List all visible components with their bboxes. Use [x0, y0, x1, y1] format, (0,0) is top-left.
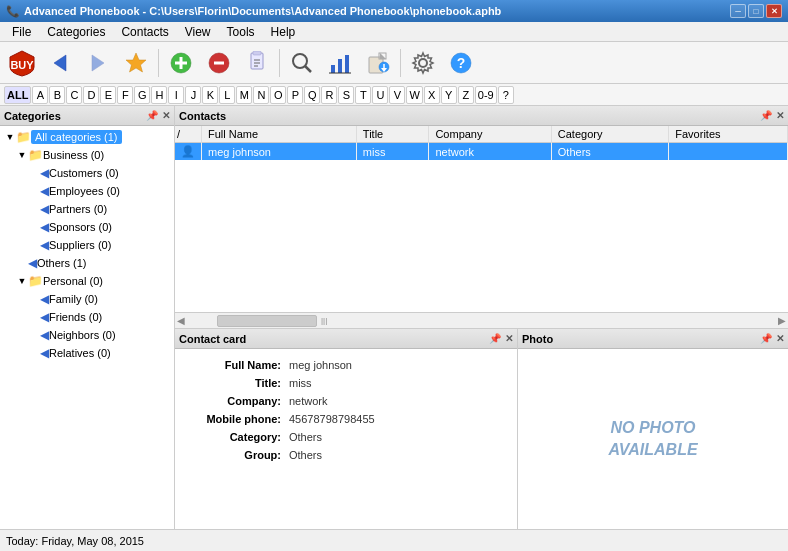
alpha-a[interactable]: A	[32, 86, 48, 104]
back-button[interactable]	[42, 45, 78, 81]
card-group-value: Others	[289, 449, 322, 461]
contacts-table[interactable]: / Full Name Title Company Category Favor…	[175, 126, 788, 312]
categories-pin[interactable]: 📌	[146, 110, 158, 121]
categories-close[interactable]: ✕	[162, 110, 170, 121]
toolbar: BUY	[0, 42, 788, 84]
alpha-y[interactable]: Y	[441, 86, 457, 104]
alpha-g[interactable]: G	[134, 86, 150, 104]
arrow-icon-others: ◀	[28, 256, 37, 270]
tree-item-customers[interactable]: ◀ Customers (0)	[2, 164, 172, 182]
alpha-v[interactable]: V	[389, 86, 405, 104]
alpha-j[interactable]: J	[185, 86, 201, 104]
alpha-h[interactable]: H	[151, 86, 167, 104]
horizontal-scrollbar[interactable]: ◀ ||| ▶	[175, 312, 788, 328]
col-category[interactable]: Category	[551, 126, 668, 143]
card-title-row: Title: miss	[189, 377, 503, 389]
card-mobile-row: Mobile phone: 45678798798455	[189, 413, 503, 425]
alpha-w[interactable]: W	[406, 86, 422, 104]
alpha-z[interactable]: Z	[458, 86, 474, 104]
alpha-l[interactable]: L	[219, 86, 235, 104]
minimize-button[interactable]: ─	[730, 4, 746, 18]
alpha-c[interactable]: C	[66, 86, 82, 104]
col-favorites[interactable]: Favorites	[669, 126, 788, 143]
contacts-pin[interactable]: 📌	[760, 110, 772, 121]
scroll-thumb[interactable]	[217, 315, 317, 327]
tree-item-family[interactable]: ◀ Family (0)	[2, 290, 172, 308]
contacts-close[interactable]: ✕	[776, 110, 784, 121]
tree-item-relatives[interactable]: ◀ Relatives (0)	[2, 344, 172, 362]
expand-personal[interactable]: ▼	[16, 276, 28, 286]
tree-item-personal[interactable]: ▼ 📁 Personal (0)	[2, 272, 172, 290]
alpha-u[interactable]: U	[372, 86, 388, 104]
buy-button[interactable]: BUY	[4, 45, 40, 81]
menu-file[interactable]: File	[4, 23, 39, 41]
expand-business[interactable]: ▼	[16, 150, 28, 160]
alpha-b[interactable]: B	[49, 86, 65, 104]
tree-item-sponsors[interactable]: ◀ Sponsors (0)	[2, 218, 172, 236]
alpha-d[interactable]: D	[83, 86, 99, 104]
delete-contact-button[interactable]	[201, 45, 237, 81]
alpha-m[interactable]: M	[236, 86, 252, 104]
tree-item-employees[interactable]: ◀ Employees (0)	[2, 182, 172, 200]
alpha-09[interactable]: 0-9	[475, 86, 497, 104]
col-fullname[interactable]: Full Name	[202, 126, 357, 143]
expand-all[interactable]: ▼	[4, 132, 16, 142]
menu-categories[interactable]: Categories	[39, 23, 113, 41]
bottom-panels: Contact card 📌 ✕ Full Name: meg johnson …	[175, 329, 788, 529]
table-row[interactable]: 👤 meg johnson miss network Others	[175, 143, 788, 161]
tree-item-suppliers[interactable]: ◀ Suppliers (0)	[2, 236, 172, 254]
search-button[interactable]	[284, 45, 320, 81]
tree-item-business[interactable]: ▼ 📁 Business (0)	[2, 146, 172, 164]
svg-text:BUY: BUY	[10, 59, 34, 71]
favorites-button[interactable]	[118, 45, 154, 81]
export-button[interactable]	[360, 45, 396, 81]
alpha-n[interactable]: N	[253, 86, 269, 104]
photo-pin[interactable]: 📌	[760, 333, 772, 344]
card-pin[interactable]: 📌	[489, 333, 501, 344]
menu-help[interactable]: Help	[263, 23, 304, 41]
alpha-p[interactable]: P	[287, 86, 303, 104]
alpha-q[interactable]: Q	[304, 86, 320, 104]
chart-button[interactable]	[322, 45, 358, 81]
alpha-f[interactable]: F	[117, 86, 133, 104]
col-title[interactable]: Title	[356, 126, 429, 143]
maximize-button[interactable]: □	[748, 4, 764, 18]
close-button[interactable]: ✕	[766, 4, 782, 18]
row-company: network	[429, 143, 551, 161]
forward-button[interactable]	[80, 45, 116, 81]
menu-contacts[interactable]: Contacts	[113, 23, 176, 41]
separator1	[158, 49, 159, 77]
alpha-r[interactable]: R	[321, 86, 337, 104]
help-button[interactable]: ?	[443, 45, 479, 81]
row-category: Others	[551, 143, 668, 161]
menu-tools[interactable]: Tools	[219, 23, 263, 41]
svg-rect-18	[345, 55, 349, 73]
no-photo-line1: NO PHOTO	[610, 419, 695, 437]
photo-close[interactable]: ✕	[776, 333, 784, 344]
alpha-all[interactable]: ALL	[4, 86, 31, 104]
tree-item-others[interactable]: ◀ Others (1)	[2, 254, 172, 272]
svg-rect-16	[331, 65, 335, 73]
alpha-s[interactable]: S	[338, 86, 354, 104]
categories-tree[interactable]: ▼ 📁 All categories (1) ▼ 📁 Business (0) …	[0, 126, 174, 529]
tree-item-partners[interactable]: ◀ Partners (0)	[2, 200, 172, 218]
row-title: miss	[356, 143, 429, 161]
menu-view[interactable]: View	[177, 23, 219, 41]
alpha-t[interactable]: T	[355, 86, 371, 104]
card-close[interactable]: ✕	[505, 333, 513, 344]
tree-item-neighbors[interactable]: ◀ Neighbors (0)	[2, 326, 172, 344]
alpha-i[interactable]: I	[168, 86, 184, 104]
alpha-k[interactable]: K	[202, 86, 218, 104]
tree-item-all[interactable]: ▼ 📁 All categories (1)	[2, 128, 172, 146]
alpha-e[interactable]: E	[100, 86, 116, 104]
add-contact-button[interactable]	[163, 45, 199, 81]
alpha-x[interactable]: X	[424, 86, 440, 104]
alpha-other[interactable]: ?	[498, 86, 514, 104]
tree-item-friends[interactable]: ◀ Friends (0)	[2, 308, 172, 326]
edit-contact-button[interactable]	[239, 45, 275, 81]
tree-label-sponsors: Sponsors (0)	[49, 221, 112, 233]
svg-line-15	[305, 66, 311, 72]
settings-button[interactable]	[405, 45, 441, 81]
col-company[interactable]: Company	[429, 126, 551, 143]
alpha-o[interactable]: O	[270, 86, 286, 104]
